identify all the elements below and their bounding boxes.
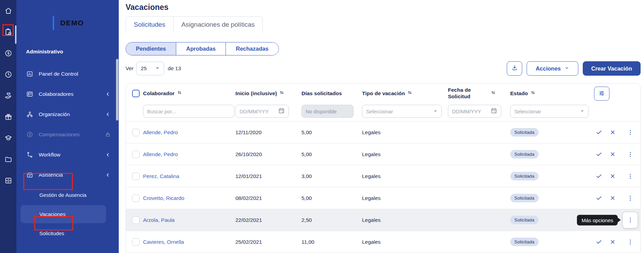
colaborador-link[interactable]: Allende, Pedro xyxy=(143,151,178,157)
estado-select-filter[interactable]: Seleccionar xyxy=(510,105,589,118)
sidebar-item-label: Panel de Control xyxy=(39,71,78,77)
chevron-left-icon xyxy=(105,112,111,117)
more-options-button[interactable] xyxy=(623,234,637,250)
sidebar-item-label: Colaboradores xyxy=(39,91,74,97)
colaborador-link[interactable]: Crovetto, Ricardo xyxy=(143,195,184,201)
sidebar-item-asistencia[interactable]: Asistencia xyxy=(16,165,119,185)
row-checkbox[interactable] xyxy=(132,173,140,180)
more-options-button[interactable] xyxy=(623,212,637,228)
ver-label: Ver xyxy=(126,65,133,72)
reject-button[interactable] xyxy=(609,239,616,245)
approve-button[interactable] xyxy=(595,173,603,180)
more-options-button[interactable] xyxy=(623,125,637,140)
approve-button[interactable] xyxy=(595,238,603,245)
column-header-estado[interactable]: Estado xyxy=(510,90,575,97)
status-badge: Solicitada xyxy=(510,150,539,159)
rail-item-time[interactable] xyxy=(0,64,16,85)
colaborador-link[interactable]: Arzola, Paula xyxy=(143,217,175,223)
download-icon xyxy=(511,64,518,73)
filter-pill-rechazadas[interactable]: Rechazadas xyxy=(226,42,278,55)
dollar-circle-icon: $ xyxy=(4,49,12,57)
column-header-tipo[interactable]: Tipo de vacación xyxy=(362,90,448,97)
sidebar-item-label: Workflow xyxy=(39,152,60,158)
crear-vacacion-button[interactable]: Crear Vacación xyxy=(583,61,641,76)
colaborador-link[interactable]: Perez, Catalina xyxy=(143,173,179,179)
column-header-fecha-solicitud[interactable]: Fecha de Solicitud xyxy=(448,87,510,100)
reject-button[interactable] xyxy=(609,195,616,201)
table-row: Cavieres, Ornella 25/02/2021 11,00 Legal… xyxy=(126,231,640,253)
svg-text:$: $ xyxy=(7,51,9,55)
row-checkbox[interactable] xyxy=(132,216,140,224)
clipboard-clock-icon xyxy=(4,28,12,36)
colaborador-link[interactable]: Cavieres, Ornella xyxy=(143,239,184,245)
row-checkbox[interactable] xyxy=(132,151,140,158)
page-size-select[interactable]: 25 xyxy=(136,62,164,75)
calendar-icon xyxy=(491,107,497,115)
row-checkbox[interactable] xyxy=(132,194,140,202)
tab-solicitudes[interactable]: Solicitudes xyxy=(126,17,173,33)
rail-item-gifts[interactable] xyxy=(0,106,16,127)
inicio-date-filter[interactable]: DD/MM/YYYY xyxy=(235,105,289,118)
sidebar-subitem-vacaciones[interactable]: Vacaciones xyxy=(21,205,106,223)
table-header-row: Colaborador Inicio (inclusive) Días soli… xyxy=(126,84,640,101)
sidebar-item-label: Organización xyxy=(39,111,70,117)
reject-button[interactable] xyxy=(609,173,616,179)
sidebar-subitem-solicitudes[interactable]: Solicitudes xyxy=(16,223,119,243)
rail-item-training[interactable] xyxy=(0,127,16,149)
row-checkbox[interactable] xyxy=(132,238,140,246)
table-row: Perez, Catalina 12/01/2021 3,00 Legales … xyxy=(126,165,640,187)
sidebar-subitem-label: Vacaciones xyxy=(39,211,65,217)
table-filter-row: DD/MM/YYYY No disponible Seleccionar DD/… xyxy=(126,101,640,121)
select-all-checkbox[interactable] xyxy=(132,90,140,97)
reject-button[interactable] xyxy=(609,151,616,157)
app-logo[interactable]: DEMO xyxy=(53,16,119,30)
search-colaborador-input[interactable] xyxy=(147,109,230,114)
filter-pill-pendientes[interactable]: Pendientes xyxy=(126,42,176,55)
download-button[interactable] xyxy=(507,61,522,76)
more-options-button[interactable] xyxy=(623,147,637,162)
table-row: Allende, Pedro 12/11/2020 5,00 Legales S… xyxy=(126,121,640,143)
sidebar-item-panel-de-control[interactable]: Panel de Control xyxy=(16,64,119,84)
approve-button[interactable] xyxy=(595,194,603,202)
fecha-solicitud-date-filter[interactable]: DD/MM/YYYY xyxy=(448,105,501,118)
filter-pill-aprobadas[interactable]: Aprobadas xyxy=(176,42,226,55)
tab-asignaciones-de-politicas[interactable]: Asignaciones de políticas xyxy=(173,17,262,33)
more-options-button[interactable] xyxy=(623,168,637,184)
colaborador-link[interactable]: Allende, Pedro xyxy=(143,129,178,135)
status-filter-group: Pendientes Aprobadas Rechazadas xyxy=(126,42,279,55)
sidebar-scrollbar[interactable] xyxy=(116,59,118,121)
acciones-button[interactable]: Acciones xyxy=(527,61,578,76)
reject-button[interactable] xyxy=(609,129,616,136)
more-options-button[interactable] xyxy=(623,190,637,206)
sort-icon xyxy=(491,90,496,97)
column-header-inicio[interactable]: Inicio (inclusive) xyxy=(235,90,301,97)
rail-item-attendance[interactable] xyxy=(0,21,16,42)
caret-down-icon xyxy=(580,109,584,114)
rail-item-compensation[interactable]: $ xyxy=(0,42,16,64)
status-badge: Solicitada xyxy=(510,172,539,180)
dias-filter-disabled: No disponible xyxy=(301,105,353,118)
column-header-colaborador[interactable]: Colaborador xyxy=(143,90,235,97)
row-checkbox[interactable] xyxy=(132,129,140,136)
rail-item-assets[interactable] xyxy=(0,170,16,191)
sidebar-subitem-gestion-de-ausencia[interactable]: Gestión de Ausencia xyxy=(16,185,119,205)
logo-accent-bar xyxy=(53,16,54,30)
status-badge: Solicitada xyxy=(510,194,539,202)
sidebar-item-organizacion[interactable]: Organización xyxy=(16,104,119,124)
sidebar-item-workflow[interactable]: Workflow xyxy=(16,144,119,165)
column-settings-button[interactable] xyxy=(594,87,609,101)
table-row: Allende, Pedro 26/10/2020 5,00 Legales S… xyxy=(126,143,640,165)
rail-item-benefits[interactable] xyxy=(0,85,16,106)
rail-item-home[interactable] xyxy=(0,0,16,21)
page-title: Vacaciones xyxy=(126,3,641,12)
approve-button[interactable] xyxy=(595,151,603,158)
rail-item-documents[interactable] xyxy=(0,149,16,170)
tab-bar: Solicitudes Asignaciones de políticas xyxy=(126,16,263,33)
sidebar-item-colaboradores[interactable]: Colaboradores xyxy=(16,84,119,104)
tipo-select-filter[interactable]: Seleccionar xyxy=(362,105,442,118)
rail-scrollbar[interactable] xyxy=(15,25,16,44)
sort-icon xyxy=(407,90,412,97)
status-badge: Solicitada xyxy=(510,128,539,137)
sort-icon xyxy=(279,90,284,97)
approve-button[interactable] xyxy=(595,129,603,136)
